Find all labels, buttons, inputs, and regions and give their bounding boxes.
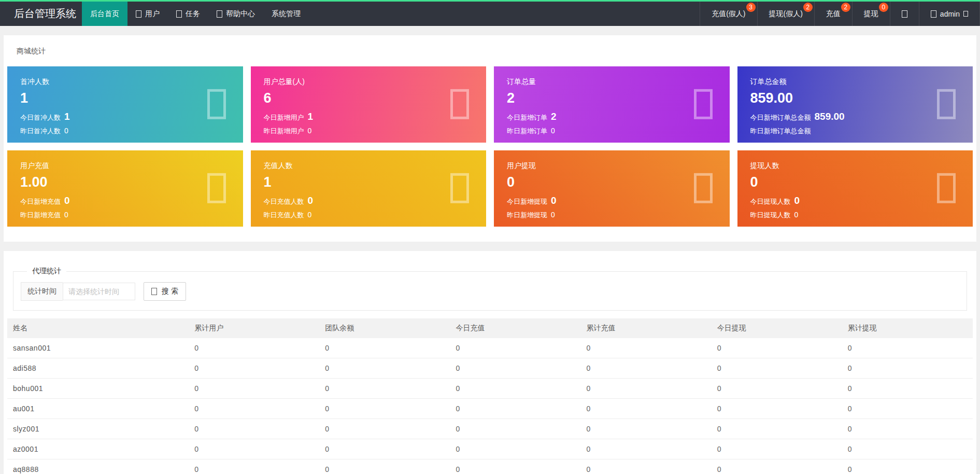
- stat-card-yesterday-line: 昨日新增用户 0: [264, 127, 474, 136]
- yesterday-value: 0: [551, 211, 555, 219]
- today-value: 1: [64, 111, 70, 122]
- nav-item-home[interactable]: 后台首页: [82, 2, 127, 26]
- table-row: sansan001000000: [7, 338, 973, 358]
- card-glyph-icon: [207, 173, 226, 203]
- agent-table-header-cell: 姓名: [7, 318, 189, 338]
- stat-card-user-withdraw: 用户提现 0 今日新增提现 0 昨日新增提现 0: [494, 150, 730, 227]
- nav-item-label: 系统管理: [272, 9, 301, 19]
- table-row: slyz001000000: [7, 419, 973, 439]
- user-icon: [136, 10, 141, 18]
- agent-name-cell: slyz001: [7, 419, 189, 439]
- agent-value-cell: 0: [450, 439, 580, 459]
- nav-item-label: 后台首页: [90, 9, 119, 19]
- recharge-fake-badge: 3: [746, 3, 756, 12]
- agent-value-cell: 0: [450, 459, 580, 474]
- stat-card-title: 用户充值: [20, 161, 230, 171]
- main-nav: 后台首页 用户 任务 帮助中心 系统管理: [82, 2, 309, 26]
- stat-time-label: 统计时间: [21, 282, 63, 301]
- today-value: 0: [551, 195, 557, 206]
- nav-item-withdraw-fake[interactable]: 提现(假人) 2: [757, 2, 814, 26]
- agent-value-cell: 0: [581, 379, 712, 399]
- stat-card-today-line: 今日新增充值 0: [20, 195, 230, 206]
- task-icon: [176, 10, 182, 18]
- top-navbar: 后台管理系统 后台首页 用户 任务 帮助中心 系统管理 充值(假人) 3 提现(…: [0, 0, 980, 26]
- yesterday-value: 0: [308, 127, 312, 135]
- stat-card-title: 充值人数: [264, 161, 474, 171]
- withdraw-badge: 0: [879, 3, 888, 12]
- nav-item-tasks[interactable]: 任务: [168, 2, 208, 26]
- today-label: 今日新增用户: [264, 113, 304, 122]
- search-button[interactable]: 搜 索: [144, 282, 186, 301]
- nav-item-withdraw[interactable]: 提现 0: [852, 2, 890, 26]
- stat-card-value: 0: [507, 174, 717, 190]
- agent-value-cell: 0: [189, 419, 319, 439]
- yesterday-value: 0: [64, 211, 68, 219]
- agent-value-cell: 0: [319, 459, 450, 474]
- nav-item-label: 提现(假人): [769, 9, 803, 19]
- stat-card-yesterday-line: 昨日新增充值 0: [20, 211, 230, 220]
- table-header-row: 姓名累计用户团队余额今日充值累计充值今日提现累计提现: [7, 318, 973, 338]
- card-glyph-icon: [937, 173, 956, 203]
- nav-item-label: 充值(假人): [712, 9, 745, 19]
- agent-value-cell: 0: [842, 399, 973, 419]
- nav-item-users[interactable]: 用户: [127, 2, 168, 26]
- search-button-label: 搜 索: [162, 287, 178, 296]
- stat-card-value: 859.00: [750, 90, 960, 106]
- stat-card-value: 1.00: [20, 174, 230, 190]
- nav-item-label: 任务: [186, 9, 200, 19]
- agent-table-header-cell: 今日提现: [712, 318, 842, 338]
- agent-value-cell: 0: [189, 379, 319, 399]
- agent-value-cell: 0: [842, 338, 973, 358]
- yesterday-value: 0: [308, 211, 312, 219]
- today-value: 2: [551, 111, 557, 122]
- nav-item-tool[interactable]: [890, 2, 919, 26]
- agent-table-body: sansan001000000adi588000000bohu001000000…: [7, 338, 973, 474]
- stat-card-recharge-users: 充值人数 1 今日充值人数 0 昨日充值人数 0: [251, 150, 487, 227]
- today-value: 0: [794, 195, 800, 206]
- stat-card-order-total-amount: 订单总金额 859.00 今日新增订单总金额 859.00 昨日新增订单总金额: [737, 66, 973, 143]
- card-glyph-icon: [450, 89, 469, 119]
- nav-item-system-settings[interactable]: 系统管理: [263, 2, 309, 26]
- today-value: 0: [308, 195, 314, 206]
- today-label: 今日首冲人数: [20, 113, 61, 122]
- nav-item-admin-menu[interactable]: admin: [919, 2, 980, 26]
- agent-value-cell: 0: [450, 338, 580, 358]
- yesterday-label: 昨日充值人数: [264, 211, 304, 220]
- stat-card-today-line: 今日首冲人数 1: [20, 111, 230, 122]
- agent-value-cell: 0: [189, 338, 319, 358]
- today-label: 今日提现人数: [750, 197, 791, 206]
- agent-table-header-cell: 团队余额: [319, 318, 450, 338]
- stat-card-total-orders: 订单总量 2 今日新增订单 2 昨日新增订单 0: [494, 66, 730, 143]
- agent-stats-table: 姓名累计用户团队余额今日充值累计充值今日提现累计提现 sansan0010000…: [7, 318, 973, 474]
- chevron-down-icon: [963, 11, 968, 17]
- app-title: 后台管理系统: [0, 2, 82, 26]
- agent-name-cell: az0001: [7, 439, 189, 459]
- today-label: 今日新增充值: [20, 197, 61, 206]
- nav-item-help-center[interactable]: 帮助中心: [208, 2, 263, 26]
- table-row: aq8888000000: [7, 459, 973, 474]
- today-label: 今日充值人数: [264, 197, 304, 206]
- agent-value-cell: 0: [189, 358, 319, 379]
- agent-value-cell: 0: [581, 399, 712, 419]
- nav-item-recharge-fake[interactable]: 充值(假人) 3: [700, 2, 757, 26]
- agent-value-cell: 0: [842, 379, 973, 399]
- stat-time-input[interactable]: [63, 283, 135, 300]
- yesterday-label: 昨日新增充值: [20, 211, 61, 220]
- agent-value-cell: 0: [581, 439, 712, 459]
- yesterday-label: 昨日首冲人数: [20, 127, 61, 136]
- agent-value-cell: 0: [842, 459, 973, 474]
- agent-value-cell: 0: [842, 439, 973, 459]
- stat-card-yesterday-line: 昨日新增订单总金额: [750, 127, 960, 136]
- agent-name-cell: adi588: [7, 358, 189, 379]
- agent-name-cell: sansan001: [7, 338, 189, 358]
- stat-card-title: 订单总量: [507, 77, 717, 87]
- nav-item-recharge[interactable]: 充值 2: [814, 2, 852, 26]
- agent-value-cell: 0: [450, 379, 580, 399]
- today-label: 今日新增提现: [507, 197, 547, 206]
- agent-filter-form: 统计时间 搜 索: [21, 282, 967, 301]
- stat-card-yesterday-line: 昨日提现人数 0: [750, 211, 960, 220]
- stat-card-value: 1: [20, 90, 230, 106]
- agent-value-cell: 0: [319, 399, 450, 419]
- stat-card-yesterday-line: 昨日首冲人数 0: [20, 127, 230, 136]
- stat-card-yesterday-line: 昨日新增订单 0: [507, 127, 717, 136]
